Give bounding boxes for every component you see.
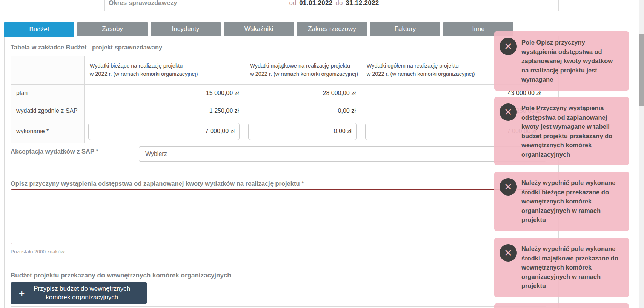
error-toast-text: Pole Przyczyny wystąpienia odstępstwa od…	[521, 103, 621, 159]
period-from-date: 01.01.2022	[299, 0, 332, 7]
tab-faktury[interactable]: Faktury	[370, 22, 440, 36]
sap-acceptance-select[interactable]: Wybierz	[139, 146, 546, 162]
plus-icon: +	[19, 288, 25, 298]
tab-zasoby[interactable]: Zasoby	[77, 22, 148, 36]
next-table-top-edge	[11, 306, 546, 308]
budget-report-screen: Okres sprawozdawczy od 01.01.2022 do 31.…	[0, 0, 644, 308]
plan-current-value: 15 000,00 zł	[85, 85, 244, 102]
execution-capital-input[interactable]	[248, 123, 357, 140]
deviation-reason-textarea[interactable]	[11, 189, 546, 244]
period-to-word: do	[335, 0, 343, 7]
tab-budzet[interactable]: Budżet	[4, 22, 74, 37]
table-row-plan: plan 15 000,00 zł 28 000,00 zł 43 000,00…	[11, 85, 546, 102]
budget-table-title: Tabela w zakładce Budżet - projekt spraw…	[11, 44, 162, 51]
error-close-icon[interactable]: ✕	[500, 244, 517, 262]
table-row-execution: wykonanie *	[11, 120, 546, 143]
deviation-reason-label: Opisz przyczyny wystąpienia odstępstwa o…	[11, 180, 304, 187]
error-toast-text: Należy wypełnić pole wykonane środki bie…	[521, 178, 621, 225]
error-toast: ✕ Pole Opisz przyczyny wystąpienia odstę…	[494, 31, 629, 91]
assign-budget-button-label: Przypisz budżet do wewnętrznych komórek …	[29, 285, 135, 302]
sap-acceptance-label: Akceptacja wydatków z SAP *	[11, 148, 98, 155]
tab-incydenty[interactable]: Incydenty	[151, 22, 221, 36]
period-to-date: 31.12.2022	[346, 0, 379, 7]
report-period-label: Okres sprawozdawczy	[109, 0, 177, 7]
row-label-plan: plan	[11, 85, 85, 102]
plan-capital-value: 28 000,00 zł	[244, 85, 361, 102]
execution-current-input[interactable]	[88, 123, 240, 140]
execution-capital-cell	[244, 120, 361, 143]
sap-capital-value: 0,00 zł	[244, 102, 361, 120]
tab-bar: Budżet Zasoby Incydenty Wskaźniki Zakres…	[4, 22, 513, 37]
vertical-scrollbar-track[interactable]	[639, 0, 644, 308]
execution-current-cell	[85, 120, 244, 143]
assign-budget-button[interactable]: + Przypisz budżet do wewnętrznych komóre…	[11, 282, 147, 304]
col-header-capital-expenses: Wydatki majątkowe na realizację projektu…	[244, 56, 361, 85]
budget-table: Wydatki bieżące na realizację projektu w…	[11, 56, 546, 143]
error-toast: ✕ Pole Przyczyny wystąpienia odstępstwa …	[494, 97, 629, 165]
sap-acceptance-selected-value: Wybierz	[145, 151, 167, 157]
transfer-budget-heading: Budżet projektu przekazany do wewnętrzny…	[11, 272, 231, 279]
error-toast: ✕ Należy wypełnić pole wykonane środki m…	[494, 238, 629, 297]
error-toast-text: Należy wypełnić pole wykonane środki maj…	[521, 244, 621, 291]
error-toast: ✕ Należy wypełnić pole wykonane środki b…	[494, 172, 629, 231]
characters-remaining-info: Pozostało 2000 znaków.	[11, 249, 66, 254]
tab-wskazniki[interactable]: Wskaźniki	[224, 22, 294, 36]
error-close-icon[interactable]: ✕	[500, 178, 517, 196]
error-toast-partial	[494, 303, 629, 308]
row-label-sap: wydatki zgodnie z SAP	[11, 102, 85, 120]
budget-table-header-row: Wydatki bieżące na realizację projektu w…	[11, 56, 546, 85]
tab-zakres-rzeczowy[interactable]: Zakres rzeczowy	[297, 22, 367, 36]
col-header-current-expenses: Wydatki bieżące na realizację projektu w…	[85, 56, 244, 85]
error-toast-text: Pole Opisz przyczyny wystąpienia odstęps…	[521, 38, 621, 84]
report-period-bar: Okres sprawozdawczy od 01.01.2022 do 31.…	[104, 0, 559, 11]
vertical-scrollbar-thumb[interactable]	[639, 34, 644, 106]
row-label-execution: wykonanie *	[11, 120, 85, 143]
error-close-icon[interactable]: ✕	[500, 103, 517, 121]
sap-current-value: 1 250,00 zł	[85, 102, 244, 120]
period-from-word: od	[289, 0, 296, 7]
table-row-sap-expenses: wydatki zgodnie z SAP 1 250,00 zł 0,00 z…	[11, 102, 546, 120]
error-close-icon[interactable]: ✕	[500, 38, 517, 55]
corner-cell	[11, 56, 85, 85]
